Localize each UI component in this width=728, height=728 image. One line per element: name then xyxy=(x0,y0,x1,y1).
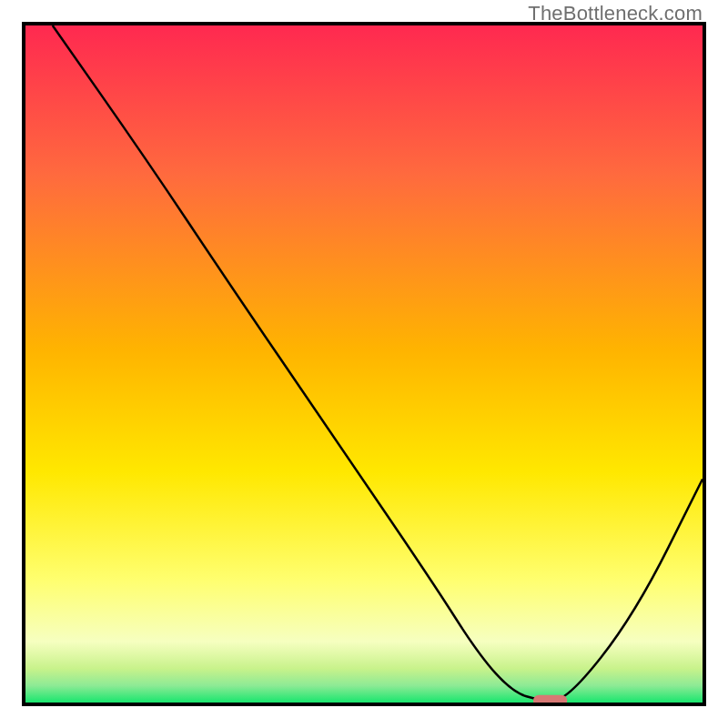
gradient-background xyxy=(25,25,703,703)
chart-frame xyxy=(22,22,706,706)
optimal-marker xyxy=(533,695,567,703)
chart-svg xyxy=(25,25,703,703)
watermark-text: TheBottleneck.com xyxy=(528,2,703,25)
